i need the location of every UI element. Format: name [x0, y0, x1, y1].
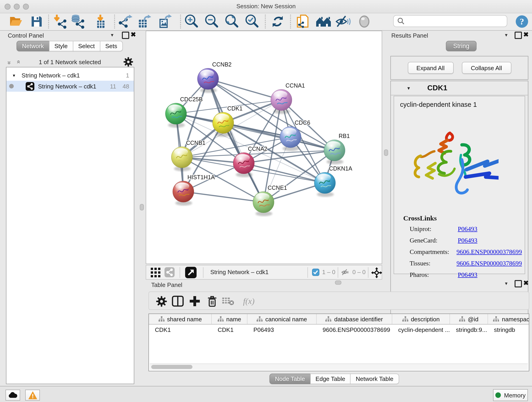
cell[interactable]: stringdb: [488, 325, 529, 335]
collapse-all-tree-icon[interactable]: »: [8, 58, 11, 66]
network-edge[interactable]: [208, 79, 264, 202]
cloud-button[interactable]: [6, 390, 20, 401]
gene-section-header[interactable]: ▾ CDK1: [391, 81, 528, 95]
show-all-button[interactable]: [355, 14, 373, 29]
node-label-CCNB1: CCNB1: [186, 140, 206, 146]
control-panel-float-icon[interactable]: [122, 32, 129, 39]
pan-crosshair-icon[interactable]: [371, 267, 382, 280]
import-network-database-button[interactable]: [69, 14, 87, 29]
network-edge[interactable]: [183, 191, 264, 202]
column-hierarchy-icon: [158, 316, 164, 322]
network-share-view-icon[interactable]: [165, 267, 175, 279]
expand-all-tree-icon[interactable]: »: [17, 58, 19, 66]
node-label-CCNE1: CCNE1: [268, 185, 287, 191]
tab-edge-table[interactable]: Edge Table: [310, 374, 351, 384]
horizontal-splitter-handle[interactable]: [335, 281, 341, 285]
help-button[interactable]: ?: [513, 14, 531, 29]
node-gloss-highlight: [176, 182, 190, 190]
warnings-button[interactable]: [25, 390, 40, 401]
crosslink-row: Uniprot:P06493: [410, 225, 522, 233]
memory-button[interactable]: Memory: [493, 389, 528, 401]
zoom-selected-button[interactable]: [243, 14, 261, 29]
string-network-graph[interactable]: CCNB2CCNA1CDC25BCDK1CDC6RB1CCNB1CCNA2CDK…: [146, 31, 382, 264]
results-panel-menu-arrow-icon[interactable]: ▾: [505, 32, 507, 38]
cell[interactable]: P06493: [247, 325, 317, 335]
import-table-file-button[interactable]: [92, 14, 109, 29]
vertical-splitter-handle[interactable]: [140, 204, 144, 211]
save-floppy-icon: [31, 16, 43, 27]
table-panel-float-icon[interactable]: [515, 280, 522, 287]
zoom-fit-button[interactable]: [223, 14, 241, 29]
column-header-canonical-name[interactable]: canonical name: [247, 314, 317, 324]
column-header-namespace[interactable]: namespace: [488, 314, 529, 324]
eye-slash-icon: [336, 15, 351, 28]
import-network-file-button[interactable]: [51, 14, 69, 29]
zoom-selected-icon: [245, 14, 259, 29]
control-panel-menu-arrow-icon[interactable]: ▾: [111, 32, 114, 38]
results-panel-title: Results Panel: [391, 32, 428, 39]
zoom-out-button[interactable]: [203, 14, 220, 29]
results-tab-string[interactable]: String: [446, 41, 477, 51]
open-session-button[interactable]: [7, 14, 25, 29]
refresh-button[interactable]: [269, 14, 286, 29]
export-image-button[interactable]: [157, 14, 174, 29]
add-column-icon[interactable]: [187, 294, 203, 308]
grid-view-icon[interactable]: [151, 268, 160, 279]
tab-node-table[interactable]: Node Table: [269, 374, 310, 384]
expand-all-button[interactable]: Expand All: [408, 62, 453, 74]
tab-select[interactable]: Select: [73, 41, 100, 51]
crosslink-link[interactable]: P06493: [458, 237, 477, 244]
table-panel-close-icon[interactable]: ✖: [523, 279, 529, 287]
birds-eye-view-icon[interactable]: [185, 267, 196, 280]
table-settings-gear-icon[interactable]: [153, 294, 169, 308]
copy-network-button[interactable]: [295, 14, 312, 29]
column-header-description[interactable]: description: [392, 314, 450, 324]
tab-style[interactable]: Style: [49, 41, 73, 51]
collapse-all-button[interactable]: Collapse All: [462, 62, 511, 74]
crosslink-link[interactable]: P06493: [458, 271, 477, 279]
results-panel-close-icon[interactable]: ✖: [523, 31, 529, 38]
tab-sets[interactable]: Sets: [100, 41, 123, 51]
column-header-shared-name[interactable]: shared name: [149, 314, 212, 324]
control-panel-close-icon[interactable]: ✖: [131, 31, 136, 38]
home-button[interactable]: [315, 14, 332, 29]
column-header-database-identifier[interactable]: database identifier: [317, 314, 392, 324]
show-columns-icon[interactable]: [170, 294, 186, 308]
crosslink-link[interactable]: P06493: [458, 225, 477, 233]
search-input[interactable]: [393, 15, 507, 27]
cell[interactable]: 9606.ENSP00000378699: [317, 325, 392, 335]
tree-expand-arrow-icon[interactable]: ▾: [13, 73, 15, 78]
results-panel-float-icon[interactable]: [515, 32, 522, 39]
export-network-button[interactable]: [117, 14, 134, 29]
node-table[interactable]: shared namenamecanonical namedatabase id…: [148, 313, 529, 371]
network-canvas[interactable]: CCNB2CCNA1CDC25BCDK1CDC6RB1CCNB1CCNA2CDK…: [146, 31, 382, 264]
tab-network[interactable]: Network: [17, 41, 49, 51]
vertical-splitter-handle[interactable]: [384, 149, 388, 156]
save-session-button[interactable]: [28, 14, 45, 29]
hide-selected-button[interactable]: [335, 14, 352, 29]
scrollbar-thumb[interactable]: [151, 365, 192, 369]
crosslink-link[interactable]: 9606.ENSP00000378699: [457, 260, 522, 267]
table-horizontal-scrollbar[interactable]: [150, 364, 528, 370]
selected-checkbox-icon[interactable]: [312, 269, 319, 278]
export-table-button[interactable]: [137, 14, 154, 29]
section-collapse-arrow-icon[interactable]: ▾: [407, 85, 410, 91]
crosslink-link[interactable]: 9606.ENSP00000378699: [457, 249, 522, 256]
table-row[interactable]: CDK1CDK1P064939606.ENSP00000378699cyclin…: [149, 325, 529, 335]
table-panel-menu-arrow-icon[interactable]: ▾: [505, 281, 507, 287]
cell[interactable]: stringdb:9...: [450, 325, 488, 335]
column-hierarchy-icon: [217, 316, 223, 322]
cell[interactable]: cyclin-dependent ...: [392, 325, 450, 335]
network-collection-row[interactable]: ▾ String Network – cdk1 1: [6, 70, 134, 81]
zoom-in-button[interactable]: [183, 14, 200, 29]
network-row-selected[interactable]: String Network – cdk1 11 48: [6, 81, 134, 92]
column-header-name[interactable]: name: [212, 314, 247, 324]
network-edge[interactable]: [208, 79, 281, 100]
control-panel-tabs: NetworkStyleSelectSets: [17, 41, 123, 51]
edge-count: 48: [123, 83, 129, 89]
cell[interactable]: CDK1: [212, 325, 247, 335]
tab-network-table[interactable]: Network Table: [350, 374, 399, 384]
cell[interactable]: CDK1: [149, 325, 212, 335]
column-header--id[interactable]: @id: [450, 314, 488, 324]
delete-column-icon[interactable]: [204, 294, 220, 308]
